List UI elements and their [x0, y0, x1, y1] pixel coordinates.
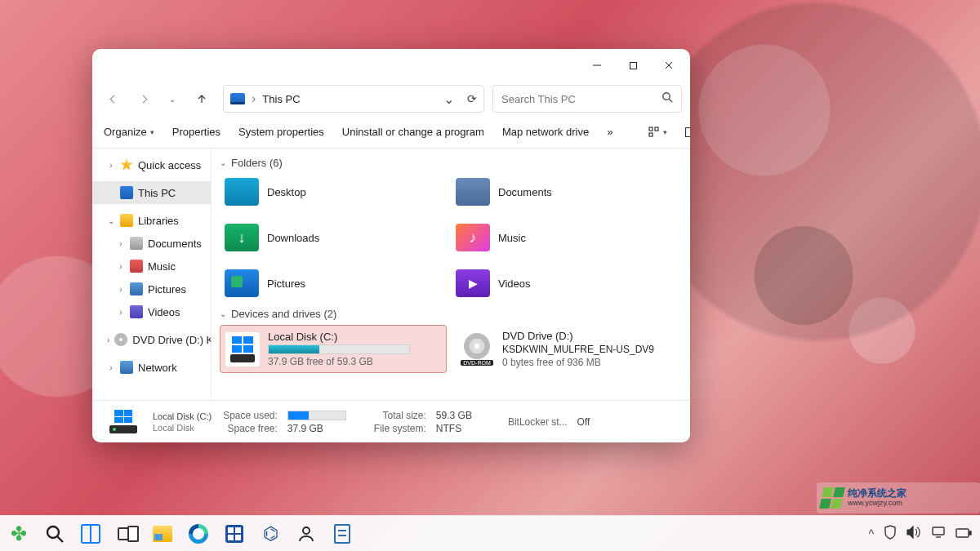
- folder-music[interactable]: Music: [451, 220, 682, 256]
- pictures-icon: [130, 282, 143, 295]
- tray-battery-icon[interactable]: [956, 527, 972, 540]
- tray-overflow-button[interactable]: ^: [868, 527, 874, 540]
- cmd-overflow[interactable]: »: [607, 126, 612, 138]
- svg-rect-17: [969, 531, 971, 535]
- svg-point-13: [303, 527, 310, 534]
- svg-rect-16: [956, 529, 969, 537]
- sidebar-item-quick-access[interactable]: › Quick access: [92, 153, 211, 176]
- music-folder-icon: [456, 224, 490, 251]
- search-input[interactable]: [501, 93, 673, 105]
- forward-button[interactable]: [130, 86, 156, 112]
- taskbar-start-button[interactable]: ✤: [8, 523, 29, 544]
- cmd-properties[interactable]: Properties: [172, 126, 220, 138]
- collapse-icon: ⌄: [220, 158, 226, 167]
- videos-icon: [130, 305, 143, 318]
- drive-dvd-d[interactable]: DVD-ROM DVD Drive (D:) KSDKWIN_MULFRE_EN…: [455, 325, 682, 373]
- details-usage-bar: [287, 411, 346, 420]
- this-pc-icon: [230, 93, 245, 104]
- preview-pane-button[interactable]: [685, 127, 690, 137]
- taskbar-user-app[interactable]: [296, 523, 317, 544]
- collapse-icon: ⌄: [220, 309, 226, 318]
- expand-icon: ›: [107, 161, 115, 170]
- taskbar-search-button[interactable]: [44, 523, 65, 544]
- svg-rect-7: [655, 127, 658, 131]
- drive-usage-bar: [268, 344, 410, 354]
- local-disk-icon: [225, 332, 260, 367]
- drive-local-disk-c[interactable]: Local Disk (C:) 37.9 GB free of 59.3 GB: [220, 325, 447, 373]
- pc-icon: [120, 186, 133, 199]
- folder-videos[interactable]: Videos: [451, 265, 682, 301]
- tray-volume-icon[interactable]: [906, 526, 921, 541]
- sidebar-item-libraries[interactable]: ⌄ Libraries: [92, 209, 211, 232]
- chevron-down-icon: ▾: [150, 128, 154, 136]
- svg-rect-9: [686, 127, 690, 136]
- window-titlebar: [92, 49, 690, 82]
- network-icon: [120, 361, 133, 374]
- sidebar-item-lib-music[interactable]: › Music: [92, 255, 211, 278]
- navigation-pane: › Quick access This PC ⌄ Libraries › Doc…: [92, 149, 212, 400]
- star-icon: [120, 158, 133, 171]
- folder-downloads[interactable]: Downloads: [220, 220, 451, 256]
- sidebar-item-lib-pictures[interactable]: › Pictures: [92, 278, 211, 300]
- details-type: Local Disk: [153, 423, 212, 433]
- search-icon: [662, 91, 673, 106]
- drive-free-text: 37.9 GB free of 59.3 GB: [268, 356, 410, 367]
- view-options-button[interactable]: ▾: [648, 127, 667, 138]
- breadcrumb-separator-icon: ›: [252, 91, 256, 106]
- drive-name: DVD Drive (D:): [502, 330, 654, 342]
- svg-rect-14: [933, 527, 944, 535]
- folder-documents[interactable]: Documents: [451, 174, 682, 210]
- content-pane: ⌄ Folders (6) Desktop Documents Download…: [212, 149, 690, 400]
- cmd-organize[interactable]: Organize ▾: [104, 126, 154, 138]
- drive-name: Local Disk (C:): [268, 331, 410, 343]
- taskbar-taskview-button[interactable]: [116, 523, 137, 544]
- sidebar-item-network[interactable]: › Network: [92, 356, 211, 379]
- tray-security-icon[interactable]: [884, 525, 897, 542]
- details-total-size: 59.3 GB: [436, 410, 472, 421]
- group-header-folders[interactable]: ⌄ Folders (6): [220, 157, 682, 169]
- taskbar-debug-app[interactable]: ⌬: [260, 523, 281, 544]
- desktop-folder-icon: [225, 178, 259, 206]
- maximize-button[interactable]: [615, 51, 651, 80]
- videos-folder-icon: [456, 269, 490, 297]
- folder-pictures[interactable]: Pictures: [220, 265, 451, 301]
- minimize-button[interactable]: [579, 51, 615, 80]
- drive-free-text: 0 bytes free of 936 MB: [502, 357, 654, 368]
- cmd-uninstall[interactable]: Uninstall or change a program: [342, 126, 484, 138]
- recent-locations-button[interactable]: ⌄: [159, 86, 185, 112]
- sidebar-item-this-pc[interactable]: This PC: [92, 181, 211, 204]
- libraries-icon: [120, 214, 133, 227]
- taskbar-edge[interactable]: [188, 523, 209, 544]
- folder-desktop[interactable]: Desktop: [220, 174, 451, 210]
- up-button[interactable]: [189, 86, 215, 112]
- sidebar-item-dvd-drive[interactable]: › DVD Drive (D:) KSDK: [92, 328, 211, 351]
- address-text: This PC: [262, 93, 300, 105]
- back-button[interactable]: [100, 86, 127, 112]
- address-bar[interactable]: › This PC ⌄ ⟳: [223, 85, 484, 113]
- group-header-drives[interactable]: ⌄ Devices and drives (2): [220, 308, 682, 320]
- documents-folder-icon: [456, 178, 490, 206]
- close-button[interactable]: [651, 51, 687, 80]
- svg-rect-8: [649, 133, 653, 136]
- address-dropdown-button[interactable]: ⌄: [443, 91, 454, 107]
- drive-label: KSDKWIN_MULFRE_EN-US_DV9: [502, 344, 654, 355]
- tray-network-icon[interactable]: [931, 526, 946, 541]
- watermark: 纯净系统之家 www.ycwjzy.com: [817, 482, 980, 513]
- music-icon: [130, 260, 143, 273]
- taskbar-widgets-button[interactable]: [80, 523, 101, 544]
- taskbar-file-explorer[interactable]: [152, 523, 173, 544]
- sidebar-item-lib-videos[interactable]: › Videos: [92, 300, 211, 323]
- sidebar-item-lib-documents[interactable]: › Documents: [92, 232, 211, 255]
- search-box[interactable]: [492, 85, 682, 113]
- taskbar-doc-app[interactable]: [332, 523, 353, 544]
- dvd-icon: [114, 333, 127, 346]
- file-explorer-window: ⌄ › This PC ⌄ ⟳ Organize ▾ Properties Sy…: [92, 49, 690, 442]
- cmd-map-drive[interactable]: Map network drive: [502, 126, 589, 138]
- cmd-system-properties[interactable]: System properties: [238, 126, 324, 138]
- taskbar-store[interactable]: [224, 523, 245, 544]
- svg-point-11: [47, 527, 59, 538]
- watermark-logo-icon: [819, 487, 845, 509]
- collapse-icon: ⌄: [107, 216, 115, 225]
- svg-point-4: [663, 93, 670, 100]
- refresh-button[interactable]: ⟳: [467, 92, 477, 105]
